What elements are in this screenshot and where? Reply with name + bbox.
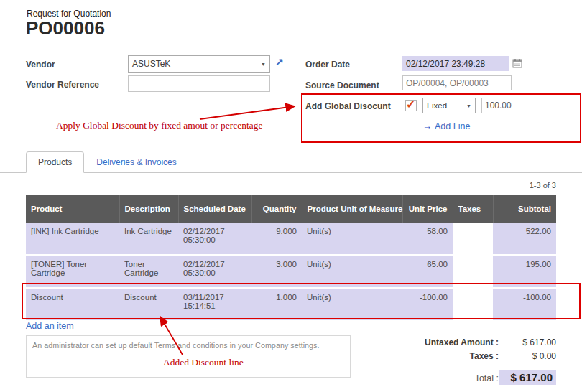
cell-subtotal[interactable]: -100.00 <box>493 288 556 321</box>
cell-unit-price[interactable]: 65.00 <box>402 255 453 288</box>
cell-product[interactable]: [INK] Ink Cartridge <box>26 223 119 255</box>
tabs-bar: Products Deliveries & Invoices <box>0 151 582 173</box>
col-quantity[interactable]: Quantity <box>251 195 302 223</box>
cell-description[interactable]: Ink Cartridge <box>119 223 178 255</box>
totals-divider <box>384 365 556 365</box>
pager[interactable]: 1-3 of 3 <box>530 181 556 190</box>
cell-unit-price[interactable]: -100.00 <box>402 288 453 321</box>
table-header-row: Product Description Scheduled Date Quant… <box>26 195 556 223</box>
cell-scheduled-date[interactable]: 02/12/2017 05:30:00 <box>178 223 251 255</box>
external-link-icon[interactable]: ↗ <box>275 56 284 67</box>
vendor-reference-input[interactable] <box>128 75 270 92</box>
table-row[interactable]: [TONER] Toner Cartridge Toner Cartridge … <box>26 255 556 288</box>
discount-type-select[interactable]: Fixed ▼ <box>422 98 476 113</box>
rfq-page: Request for Quotation PO00006 Vendor ASU… <box>0 0 582 392</box>
vendor-select[interactable]: ASUSTeK ▼ <box>128 55 270 73</box>
cell-scheduled-date[interactable]: 02/12/2017 05:30:00 <box>178 255 251 288</box>
cell-quantity[interactable]: 3.000 <box>251 255 302 288</box>
cell-scheduled-date[interactable]: 03/11/2017 15:14:51 <box>178 288 251 321</box>
arrow-right-icon: → <box>422 121 432 131</box>
cell-description[interactable]: Discount <box>119 288 178 321</box>
total-value: $ 617.00 <box>499 370 556 385</box>
checkmark-icon: ✓ <box>406 98 415 111</box>
add-line-label: Add Line <box>435 121 470 131</box>
taxes-value: $ 0.00 <box>499 351 556 361</box>
cell-taxes[interactable] <box>453 288 493 321</box>
order-lines-table: Product Description Scheduled Date Quant… <box>26 195 556 322</box>
order-date-field[interactable]: 02/12/2017 23:49:28 <box>402 56 509 71</box>
cell-description[interactable]: Toner Cartridge <box>119 255 178 288</box>
table-row[interactable]: [INK] Ink Cartridge Ink Cartridge 02/12/… <box>26 223 556 255</box>
add-an-item-link[interactable]: Add an item <box>26 321 74 331</box>
order-date-label: Order Date <box>305 60 350 70</box>
col-product[interactable]: Product <box>26 195 119 223</box>
cell-product[interactable]: [TONER] Toner Cartridge <box>26 255 119 288</box>
global-discount-label: Add Global Disocunt <box>305 101 391 111</box>
col-unit-price[interactable]: Unit Price <box>402 195 453 223</box>
col-taxes[interactable]: Taxes <box>453 195 493 223</box>
col-description[interactable]: Description <box>119 195 178 223</box>
tab-deliveries-invoices[interactable]: Deliveries & Invoices <box>84 151 188 173</box>
cell-quantity[interactable]: 1.000 <box>251 288 302 321</box>
source-document-input[interactable] <box>402 75 512 90</box>
col-uom[interactable]: Product Unit of Measure <box>302 195 402 223</box>
vendor-label: Vendor <box>26 60 55 70</box>
cell-uom[interactable]: Unit(s) <box>302 223 402 255</box>
table-row-discount[interactable]: Discount Discount 03/11/2017 15:14:51 1.… <box>26 288 556 321</box>
annotation-added-line: Added Discount line <box>163 357 244 368</box>
cell-unit-price[interactable]: 58.00 <box>402 223 453 255</box>
source-document-label: Source Document <box>305 80 379 90</box>
calendar-icon[interactable] <box>512 58 522 70</box>
untaxed-amount-row: Untaxed Amount : $ 617.00 <box>384 337 556 347</box>
cell-subtotal[interactable]: 195.00 <box>493 255 556 288</box>
col-subtotal[interactable]: Subtotal <box>493 195 556 223</box>
cell-uom[interactable]: Unit(s) <box>302 288 402 321</box>
vendor-value: ASUSTeK <box>132 59 170 69</box>
discount-amount-input[interactable] <box>481 98 537 113</box>
cell-uom[interactable]: Unit(s) <box>302 255 402 288</box>
discount-type-value: Fixed <box>427 101 447 110</box>
cell-subtotal[interactable]: 522.00 <box>493 223 556 255</box>
taxes-row: Taxes : $ 0.00 <box>384 351 556 361</box>
untaxed-amount-label: Untaxed Amount : <box>425 337 499 347</box>
tab-products[interactable]: Products <box>26 151 84 173</box>
cell-taxes[interactable] <box>453 223 493 255</box>
untaxed-amount-value: $ 617.00 <box>499 337 556 347</box>
cell-taxes[interactable] <box>453 255 493 288</box>
order-date-value: 02/12/2017 23:49:28 <box>406 59 485 69</box>
cell-product[interactable]: Discount <box>26 288 119 321</box>
taxes-label: Taxes : <box>470 351 499 361</box>
total-label: Total : <box>475 373 499 383</box>
page-title: PO00006 <box>26 17 105 39</box>
caret-down-icon[interactable]: ▼ <box>261 62 266 67</box>
totals-panel: Untaxed Amount : $ 617.00 Taxes : $ 0.00… <box>384 337 556 388</box>
global-discount-checkbox[interactable]: ✓ <box>405 100 417 111</box>
col-scheduled-date[interactable]: Scheduled Date <box>178 195 251 223</box>
add-line-link[interactable]: → Add Line <box>422 121 470 131</box>
total-row: Total : $ 617.00 <box>384 370 556 385</box>
annotation-apply-discount: Apply Global Discount by fixed amout or … <box>56 120 263 131</box>
cell-quantity[interactable]: 9.000 <box>251 223 302 255</box>
vendor-reference-label: Vendor Reference <box>26 80 99 90</box>
caret-down-icon[interactable]: ▼ <box>466 103 471 108</box>
